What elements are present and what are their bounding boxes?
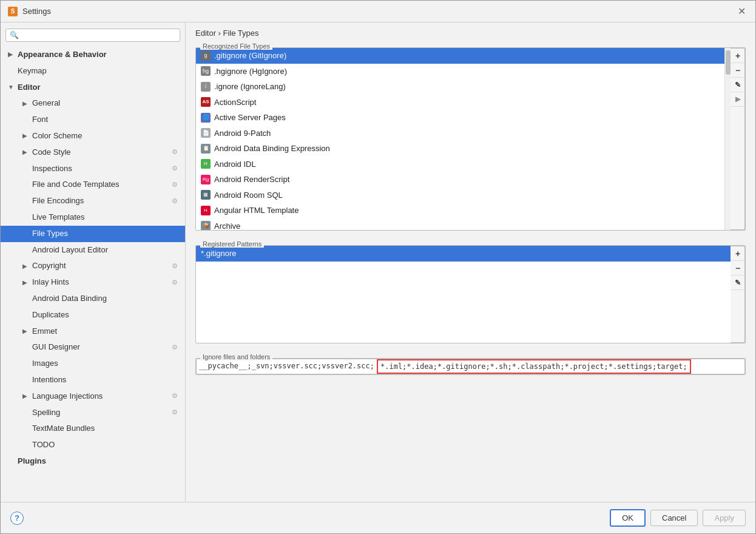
- list-item[interactable]: *.gitignore: [196, 246, 731, 262]
- edit-filetype-button[interactable]: ✎: [731, 78, 745, 92]
- add-pattern-button[interactable]: +: [731, 246, 745, 261]
- arrow-icon: ▶: [22, 131, 30, 141]
- pattern-name: *.gitignore: [201, 248, 237, 260]
- arrow-icon: [22, 164, 30, 174]
- search-box: 🔍: [5, 29, 180, 42]
- remove-filetype-button[interactable]: −: [731, 63, 745, 78]
- patterns-actions: + − ✎: [731, 246, 745, 343]
- sidebar-item-androidlayout[interactable]: Android Layout Editor: [1, 242, 185, 259]
- edit-pattern-button[interactable]: ✎: [731, 275, 745, 290]
- table-row[interactable]: 🌐 Active Server Pages: [196, 110, 724, 126]
- file-type-name: Android RenderScript: [214, 174, 289, 186]
- recognized-filetypes-border: g .gitignore (GitIgnore) hg .hgignore (H…: [195, 47, 746, 231]
- sidebar-item-editor[interactable]: ▼ Editor: [1, 79, 185, 96]
- file-icon: 📄: [201, 128, 211, 138]
- sidebar-item-livetemplates[interactable]: Live Templates: [1, 209, 185, 226]
- table-row[interactable]: Rg Android RenderScript: [196, 172, 724, 188]
- sidebar-item-filetypes[interactable]: File Types: [1, 226, 185, 242]
- file-type-name: Active Server Pages: [214, 112, 286, 124]
- help-button[interactable]: ?: [10, 512, 24, 525]
- patterns-list[interactable]: *.gitignore: [196, 246, 731, 343]
- arrow-icon: ▶: [22, 147, 30, 157]
- app-icon: S: [8, 7, 18, 16]
- ignore-value-right[interactable]: *.iml;*.idea;*.gitignore;*.sh;*.classpat…: [377, 359, 691, 374]
- arrow-icon: ▶: [22, 326, 30, 336]
- sidebar-item-codestyle[interactable]: ▶ Code Style ⚙: [1, 144, 185, 161]
- sidebar-item-inspections[interactable]: Inspections ⚙: [1, 161, 185, 177]
- ok-button[interactable]: OK: [610, 509, 646, 527]
- dialog-footer: ? OK Cancel Apply: [1, 502, 755, 533]
- table-row[interactable]: 📦 Archive: [196, 218, 724, 231]
- sidebar-item-plugins[interactable]: Plugins: [1, 453, 185, 470]
- table-row[interactable]: 📄 Android 9-Patch: [196, 126, 724, 141]
- file-icon: H: [201, 159, 211, 169]
- sidebar-item-spelling[interactable]: Spelling ⚙: [1, 405, 185, 421]
- table-row[interactable]: AS ActionScript: [196, 95, 724, 110]
- table-row[interactable]: H Angular HTML Template: [196, 203, 724, 218]
- sidebar-item-fileencodings[interactable]: File Encodings ⚙: [1, 193, 185, 209]
- sidebar-item-guidesigner[interactable]: GUI Designer ⚙: [1, 339, 185, 356]
- file-type-name: .hgignore (HgIgnore): [214, 66, 287, 78]
- table-row[interactable]: ▦ Android Room SQL: [196, 188, 724, 203]
- file-icon: H: [201, 206, 211, 215]
- arrow-icon: [22, 375, 30, 385]
- search-input[interactable]: [21, 31, 176, 39]
- file-types-list[interactable]: g .gitignore (GitIgnore) hg .hgignore (H…: [196, 48, 724, 230]
- arrow-icon: [22, 310, 30, 320]
- arrow-icon: [22, 424, 30, 434]
- file-types-actions: + − ✎ ▶: [731, 48, 745, 230]
- registered-patterns-label: Registered Patterns: [200, 240, 264, 248]
- remove-pattern-button[interactable]: −: [731, 261, 745, 275]
- arrow-icon: ▶: [22, 391, 30, 401]
- sidebar-item-fileandcode[interactable]: File and Code Templates ⚙: [1, 177, 185, 193]
- file-type-name: Android IDL: [214, 158, 256, 171]
- file-type-name: .gitignore (GitIgnore): [214, 50, 286, 62]
- sidebar-item-languageinjections[interactable]: ▶ Language Injections ⚙: [1, 388, 185, 405]
- table-row[interactable]: i .ignore (IgnoreLang): [196, 79, 724, 95]
- arrow-icon: [22, 245, 30, 255]
- ignore-section: Ignore files and folders __pycache__;_sv…: [195, 358, 746, 375]
- sidebar-item-inlayhints[interactable]: ▶ Inlay Hints ⚙: [1, 274, 185, 291]
- scrollbar-track[interactable]: [724, 48, 731, 230]
- arrow-icon: [22, 343, 30, 353]
- search-icon: 🔍: [10, 31, 19, 39]
- sidebar-item-images[interactable]: Images: [1, 356, 185, 372]
- ignore-field-border: __pycache__;_svn;vssver.scc;vssver2.scc;…: [195, 358, 746, 375]
- arrow-icon: ▶: [8, 50, 15, 59]
- gear-icon: ⚙: [172, 277, 178, 288]
- gear-icon: ⚙: [172, 342, 178, 353]
- sidebar-item-todo[interactable]: TODO: [1, 437, 185, 453]
- cancel-button[interactable]: Cancel: [650, 510, 698, 526]
- extra-button[interactable]: ▶: [731, 92, 745, 107]
- table-row[interactable]: hg .hgignore (HgIgnore): [196, 64, 724, 79]
- sidebar-item-general[interactable]: ▶ General: [1, 95, 185, 112]
- sidebar-item-keymap[interactable]: Keymap: [1, 63, 185, 79]
- sidebar-item-androiddatabinding[interactable]: Android Data Binding: [1, 291, 185, 307]
- table-row[interactable]: 📋 Android Data Binding Expression: [196, 141, 724, 157]
- gear-icon: ⚙: [172, 391, 178, 402]
- table-row[interactable]: g .gitignore (GitIgnore): [196, 48, 724, 64]
- file-icon: hg: [201, 66, 211, 76]
- file-icon: AS: [201, 97, 211, 107]
- gear-icon: ⚙: [172, 180, 178, 191]
- gear-icon: ⚙: [172, 261, 178, 272]
- dialog-body: 🔍 ▶ Appearance & Behavior Keymap ▼ Edito…: [1, 22, 755, 502]
- sidebar-item-intentions[interactable]: Intentions: [1, 372, 185, 388]
- apply-button[interactable]: Apply: [703, 510, 746, 526]
- file-icon: Rg: [201, 175, 211, 184]
- gear-icon: ⚙: [172, 407, 178, 418]
- sidebar-item-colorscheme[interactable]: ▶ Color Scheme: [1, 128, 185, 144]
- sidebar-item-copyright[interactable]: ▶ Copyright ⚙: [1, 258, 185, 274]
- file-type-name: ActionScript: [214, 96, 256, 109]
- close-button[interactable]: ✕: [735, 5, 748, 18]
- arrow-icon: [22, 408, 30, 417]
- sidebar-item-emmet[interactable]: ▶ Emmet: [1, 323, 185, 340]
- sidebar-item-textmatebundles[interactable]: TextMate Bundles: [1, 421, 185, 437]
- sidebar-item-appearance[interactable]: ▶ Appearance & Behavior: [1, 47, 185, 63]
- arrow-icon: [22, 115, 30, 125]
- add-filetype-button[interactable]: +: [731, 49, 745, 63]
- recognized-list-row: g .gitignore (GitIgnore) hg .hgignore (H…: [196, 48, 745, 230]
- table-row[interactable]: H Android IDL: [196, 157, 724, 172]
- sidebar-item-font[interactable]: Font: [1, 112, 185, 128]
- sidebar-item-duplicates[interactable]: Duplicates: [1, 307, 185, 323]
